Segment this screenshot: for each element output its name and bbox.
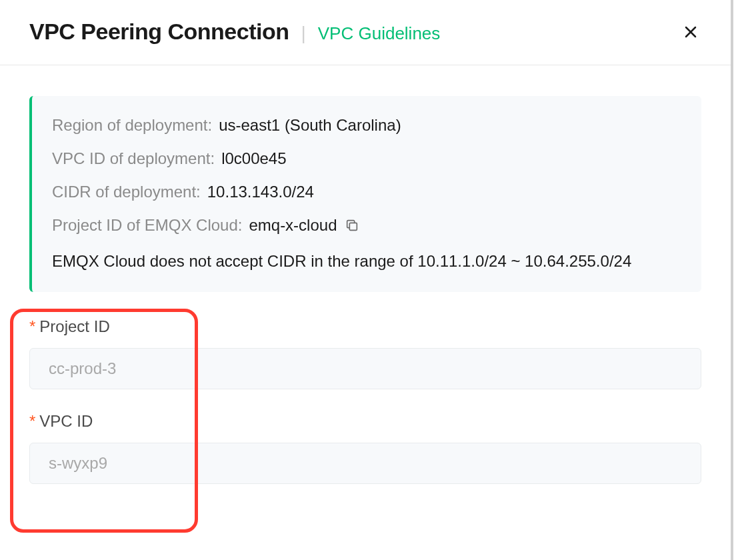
project-id-field-label: *Project ID: [29, 317, 701, 336]
region-row: Region of deployment: us-east1 (South Ca…: [52, 115, 681, 136]
vpc-id-label-text: VPC ID: [39, 412, 93, 430]
project-id-row: Project ID of EMQX Cloud: emq-x-cloud: [52, 215, 681, 236]
emqx-project-id-value: emq-x-cloud: [249, 215, 337, 236]
region-label: Region of deployment:: [52, 115, 212, 136]
title-divider: |: [301, 23, 306, 44]
required-mark: *: [29, 317, 35, 335]
svg-rect-2: [350, 223, 357, 230]
vpc-id-value: l0c00e45: [221, 148, 286, 169]
vpc-id-label: VPC ID of deployment:: [52, 148, 215, 169]
vpc-guidelines-link[interactable]: VPC Guidelines: [318, 23, 441, 44]
project-id-form-group: *Project ID: [29, 317, 701, 389]
emqx-project-id-label: Project ID of EMQX Cloud:: [52, 215, 242, 236]
project-id-label-text: Project ID: [39, 317, 109, 335]
page-title: VPC Peering Connection: [29, 19, 289, 45]
copy-button[interactable]: [345, 218, 359, 233]
deployment-info-box: Region of deployment: us-east1 (South Ca…: [29, 96, 701, 292]
vpc-id-field-label: *VPC ID: [29, 412, 701, 431]
cidr-row: CIDR of deployment: 10.13.143.0/24: [52, 181, 681, 203]
cidr-value: 10.13.143.0/24: [207, 181, 314, 203]
header-left: VPC Peering Connection | VPC Guidelines: [29, 19, 440, 45]
required-mark: *: [29, 412, 35, 430]
close-icon: [683, 24, 699, 40]
vpc-id-form-group: *VPC ID: [29, 412, 701, 484]
modal-container: VPC Peering Connection | VPC Guidelines …: [0, 0, 733, 560]
modal-body: Region of deployment: us-east1 (South Ca…: [0, 65, 731, 484]
project-id-input[interactable]: [29, 348, 701, 389]
vpc-id-input[interactable]: [29, 443, 701, 484]
region-value: us-east1 (South Carolina): [219, 115, 401, 136]
vpc-id-row: VPC ID of deployment: l0c00e45: [52, 148, 681, 169]
cidr-label: CIDR of deployment:: [52, 181, 201, 203]
copy-icon: [345, 218, 359, 233]
cidr-range-note: EMQX Cloud does not accept CIDR in the r…: [52, 248, 681, 275]
close-button[interactable]: [680, 21, 701, 43]
modal-header: VPC Peering Connection | VPC Guidelines: [0, 0, 731, 65]
